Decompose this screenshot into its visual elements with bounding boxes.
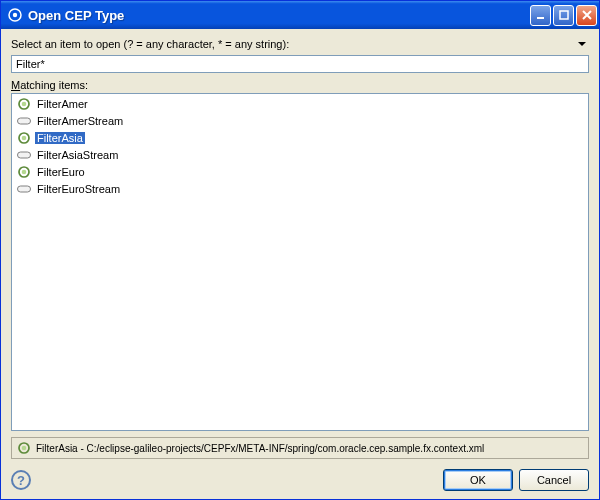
matching-mnemonic: M <box>11 79 20 91</box>
list-item[interactable]: FilterEuroStream <box>13 180 587 197</box>
matching-items-label: Matching items: <box>11 79 589 91</box>
titlebar: Open CEP Type <box>1 1 599 29</box>
svg-point-1 <box>13 13 17 17</box>
list-item-label: FilterEuroStream <box>35 183 122 195</box>
status-text: FilterAsia - C:/eclipse-galileo-projects… <box>36 443 484 454</box>
prompt-row: Select an item to open (? = any characte… <box>11 37 589 51</box>
maximize-button[interactable] <box>553 5 574 26</box>
list-item-label: FilterAsiaStream <box>35 149 120 161</box>
svg-point-8 <box>22 135 27 140</box>
matching-items-list[interactable]: FilterAmerFilterAmerStreamFilterAsiaFilt… <box>11 93 589 431</box>
svg-rect-2 <box>537 17 544 19</box>
processor-icon <box>16 164 32 180</box>
list-item[interactable]: FilterAmer <box>13 95 587 112</box>
svg-rect-3 <box>560 11 568 19</box>
svg-rect-6 <box>18 118 31 124</box>
status-icon <box>16 440 32 456</box>
stream-icon <box>16 113 32 129</box>
cancel-button[interactable]: Cancel <box>519 469 589 491</box>
minimize-button[interactable] <box>530 5 551 26</box>
stream-icon <box>16 147 32 163</box>
list-item[interactable]: FilterAsiaStream <box>13 146 587 163</box>
prompt-label: Select an item to open (? = any characte… <box>11 38 575 50</box>
svg-point-14 <box>22 446 27 451</box>
window-title: Open CEP Type <box>28 8 530 23</box>
list-item[interactable]: FilterEuro <box>13 163 587 180</box>
list-item[interactable]: FilterAmerStream <box>13 112 587 129</box>
help-icon[interactable]: ? <box>11 470 31 490</box>
svg-rect-9 <box>18 152 31 158</box>
list-item-label: FilterEuro <box>35 166 87 178</box>
list-item-label: FilterAmerStream <box>35 115 125 127</box>
status-bar: FilterAsia - C:/eclipse-galileo-projects… <box>11 437 589 459</box>
app-icon <box>7 7 23 23</box>
svg-point-11 <box>22 169 27 174</box>
button-row: ? OK Cancel <box>11 469 589 491</box>
list-item[interactable]: FilterAsia <box>13 129 587 146</box>
list-item-label: FilterAmer <box>35 98 90 110</box>
matching-label-rest: atching items: <box>20 79 88 91</box>
processor-icon <box>16 96 32 112</box>
dialog-content: Select an item to open (? = any characte… <box>1 29 599 499</box>
titlebar-buttons <box>530 5 597 26</box>
dialog-window: Open CEP Type Select an item to open (? … <box>0 0 600 500</box>
close-button[interactable] <box>576 5 597 26</box>
search-input[interactable] <box>11 55 589 73</box>
stream-icon <box>16 181 32 197</box>
svg-point-5 <box>22 101 27 106</box>
svg-rect-12 <box>18 186 31 192</box>
processor-icon <box>16 130 32 146</box>
menu-dropdown-icon[interactable] <box>575 37 589 51</box>
list-item-label: FilterAsia <box>35 132 85 144</box>
ok-button[interactable]: OK <box>443 469 513 491</box>
